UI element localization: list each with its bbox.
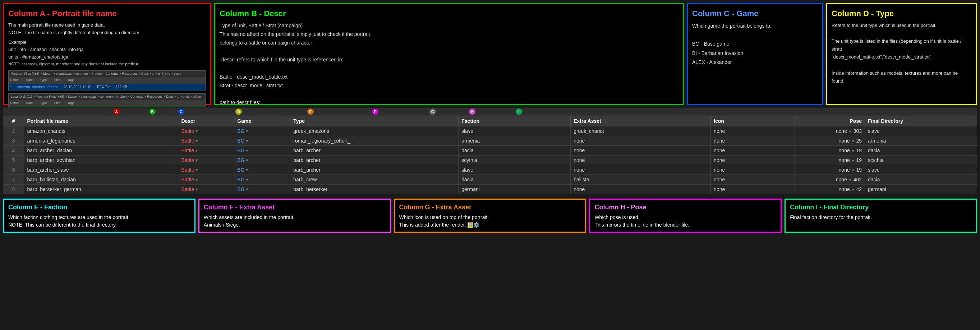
game-dropdown-arrow[interactable]: ▼ (245, 159, 249, 162)
cell-type: barb_archer (290, 155, 458, 165)
file-row-amazon-info: ^ amazon_chariots_info.tga 28/10/2021 16… (9, 84, 205, 91)
col-letter-f: F (372, 108, 379, 115)
main-table: # Portrait file name Descr Game Type Fac… (3, 116, 977, 194)
table-row: 6 barb_archer_slave Battle ▼ BG ▼ barb_a… (3, 165, 977, 175)
cell-descr: Battle ▼ (178, 165, 234, 175)
cell-type: greek_amazons (290, 126, 458, 136)
descr-dropdown-arrow[interactable]: ▼ (195, 159, 198, 162)
game-dropdown-arrow[interactable]: ▼ (245, 129, 249, 133)
cell-pose: none ▼ 25 (795, 136, 865, 146)
col-letter-g: G (430, 108, 436, 115)
cell-rownum: 8 (3, 184, 24, 194)
cell-rownum: 4 (3, 146, 24, 155)
cell-game: BG ▼ (234, 165, 290, 175)
th-pose: Pose (795, 116, 865, 126)
descr-dropdown-arrow[interactable]: ▼ (195, 168, 198, 172)
th-dir: Final Directory (865, 116, 977, 126)
cell-faction: slave (458, 165, 571, 175)
descr-dropdown-arrow[interactable]: ▼ (195, 187, 198, 191)
box-f-title: Column F - Extra Asset (204, 203, 386, 212)
breadcrumb-1: Program Files (x86) > Steam > steamapps … (9, 71, 205, 78)
cell-rownum: 6 (3, 165, 24, 175)
cell-game: BG ▼ (234, 155, 290, 165)
cell-type: barb_archer (290, 165, 458, 175)
cell-pose: none ▼ 19 (795, 146, 865, 155)
cell-extra: ballista (571, 175, 711, 184)
col-letter-b: B (149, 108, 156, 115)
cell-game: BG ▼ (234, 146, 290, 155)
cell-rownum: 7 (3, 175, 24, 184)
cell-type: roman_legionary_cohort_i (290, 136, 458, 146)
cell-portrait: barb_archer_scythian (24, 155, 178, 165)
box-h-title: Column H - Pose (594, 203, 776, 212)
cell-game: BG ▼ (234, 184, 290, 194)
cell-game: BG ▼ (234, 126, 290, 136)
cell-portrait: barb_archer_dacian (24, 146, 178, 155)
th-descr: Descr (178, 116, 234, 126)
box-e: Column E - Faction Which faction clothin… (3, 198, 196, 233)
descr-dropdown-arrow[interactable]: ▼ (195, 139, 198, 143)
annotation-area: Column A - Portrait file name The main p… (0, 0, 980, 108)
cell-faction: slave (458, 126, 571, 136)
cell-icon: none (711, 136, 795, 146)
cell-icon: none (711, 165, 795, 175)
game-dropdown-arrow[interactable]: ▼ (245, 139, 249, 143)
cell-icon: none (711, 155, 795, 165)
cell-rownum: 3 (3, 136, 24, 146)
game-dropdown-arrow[interactable]: ▼ (245, 149, 249, 152)
cell-descr: Battle ▼ (178, 155, 234, 165)
cell-extra: none (571, 136, 711, 146)
cell-game: BG ▼ (234, 136, 290, 146)
th-rownum: # (3, 116, 24, 126)
game-dropdown-arrow[interactable]: ▼ (245, 178, 249, 182)
cell-icon: none (711, 175, 795, 184)
col-letter-d: D (235, 108, 242, 115)
box-h: Column H - Pose Which pose is used. This… (589, 198, 782, 233)
cell-extra: none (571, 184, 711, 194)
th-extra: Extra Asset (571, 116, 711, 126)
box-b: Column B - Descr Type of unit, Battle / … (214, 3, 684, 105)
cell-portrait: barb_ballistas_dacian (24, 175, 178, 184)
box-a-title: Column A - Portrait file name (8, 8, 206, 19)
descr-dropdown-arrow[interactable]: ▼ (195, 178, 198, 182)
cell-extra: none (571, 155, 711, 165)
col-letter-e: E (307, 108, 314, 115)
box-b-content: Type of unit, Battle / Strat (campaign).… (220, 22, 678, 116)
column-letters-row: A B C D E F G (3, 108, 977, 116)
box-c-title: Column C - Game (692, 8, 818, 19)
box-g: Column G - Extra Asset Which icon is use… (394, 198, 587, 233)
game-dropdown-arrow[interactable]: ▼ (245, 168, 249, 172)
cell-dir: slave (865, 165, 977, 175)
cell-descr: Battle ▼ (178, 146, 234, 155)
descr-dropdown-arrow[interactable]: ▼ (195, 149, 198, 152)
cell-dir: dacia (865, 175, 977, 184)
table-body: 2 amazon_chariots Battle ▼ BG ▼ greek_am… (3, 126, 977, 194)
box-a-content: The main portrait file name used in game… (8, 22, 206, 68)
table-row: 3 armenian_legionaries Battle ▼ BG ▼ rom… (3, 136, 977, 146)
cell-type: barb_archer (290, 146, 458, 155)
descr-dropdown-arrow[interactable]: ▼ (195, 129, 198, 133)
table-header-row: # Portrait file name Descr Game Type Fac… (3, 116, 977, 126)
box-c-content: Which game the portrait belongs to: BG -… (692, 22, 818, 67)
game-dropdown-arrow[interactable]: ▼ (245, 187, 249, 191)
cell-type: barb_crew (290, 175, 458, 184)
box-i: Column I - Final Directory Final faction… (784, 198, 977, 233)
box-d: Column D - Type Refers to the unit type … (826, 3, 977, 105)
cell-pose: none ▼ 19 (795, 165, 865, 175)
cell-portrait: barb_archer_slave (24, 165, 178, 175)
cell-icon: none (711, 184, 795, 194)
box-e-title: Column E - Faction (8, 203, 190, 212)
cell-faction: germani (458, 184, 571, 194)
col-letter-c: C (178, 108, 185, 115)
cell-portrait: amazon_chariots (24, 126, 178, 136)
th-faction: Faction (458, 116, 571, 126)
box-d-content: Refers to the unit type which is used in… (832, 22, 972, 85)
col-letter-h: H (469, 108, 476, 115)
bottom-annotations: Column E - Faction Which faction clothin… (0, 196, 980, 236)
cell-type: barb_berserker (290, 184, 458, 194)
cell-dir: scythia (865, 155, 977, 165)
cell-faction: scythia (458, 155, 571, 165)
cell-faction: dacia (458, 175, 571, 184)
cell-dir: dacia (865, 146, 977, 155)
cell-portrait: barb_berserker_german (24, 184, 178, 194)
